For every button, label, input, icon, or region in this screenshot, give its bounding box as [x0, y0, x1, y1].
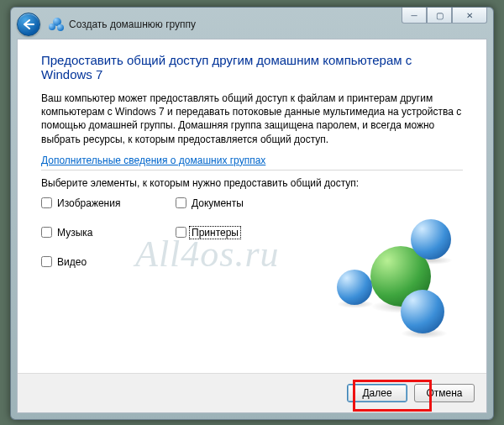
close-button[interactable]: ✕ [452, 8, 487, 24]
checkbox-videos-input[interactable] [41, 256, 52, 267]
checkbox-printers[interactable]: Принтеры [176, 226, 310, 239]
checkbox-pictures[interactable]: Изображения [41, 197, 176, 209]
back-button[interactable] [17, 13, 40, 36]
maximize-button[interactable]: ▢ [427, 8, 452, 24]
checkbox-videos[interactable]: Видео [41, 256, 176, 268]
window-title: Создать домашнюю группу [69, 18, 196, 30]
homegroup-illustration [333, 216, 468, 342]
checkbox-music-input[interactable] [41, 227, 52, 238]
homegroup-icon [49, 17, 64, 32]
page-heading: Предоставить общий доступ другим домашни… [41, 53, 463, 81]
checkbox-pictures-input[interactable] [41, 197, 52, 208]
checkbox-printers-input[interactable] [176, 227, 186, 238]
titlebar: Создать домашнюю группу ─ ▢ ✕ [17, 12, 487, 37]
checkbox-pictures-label: Изображения [57, 197, 120, 209]
checkbox-music-label: Музыка [57, 227, 92, 239]
share-prompt: Выберите элементы, к которым нужно предо… [41, 177, 463, 189]
help-link[interactable]: Дополнительные сведения о домашних групп… [41, 155, 265, 166]
next-button[interactable]: Далее [347, 384, 407, 402]
description-text: Ваш компьютер может предоставлять общий … [41, 92, 463, 146]
client-area: Предоставить общий доступ другим домашни… [17, 39, 487, 413]
minimize-button[interactable]: ─ [402, 8, 427, 24]
checkbox-videos-label: Видео [57, 256, 87, 268]
checkbox-printers-label: Принтеры [189, 226, 241, 239]
footer-bar: Далее Отмена [18, 373, 486, 412]
checkbox-documents-input[interactable] [176, 197, 186, 208]
checkbox-documents[interactable]: Документы [176, 197, 310, 209]
separator [41, 170, 463, 171]
cancel-button[interactable]: Отмена [414, 384, 475, 402]
checkbox-documents-label: Документы [192, 197, 244, 209]
checkbox-music[interactable]: Музыка [41, 226, 176, 239]
